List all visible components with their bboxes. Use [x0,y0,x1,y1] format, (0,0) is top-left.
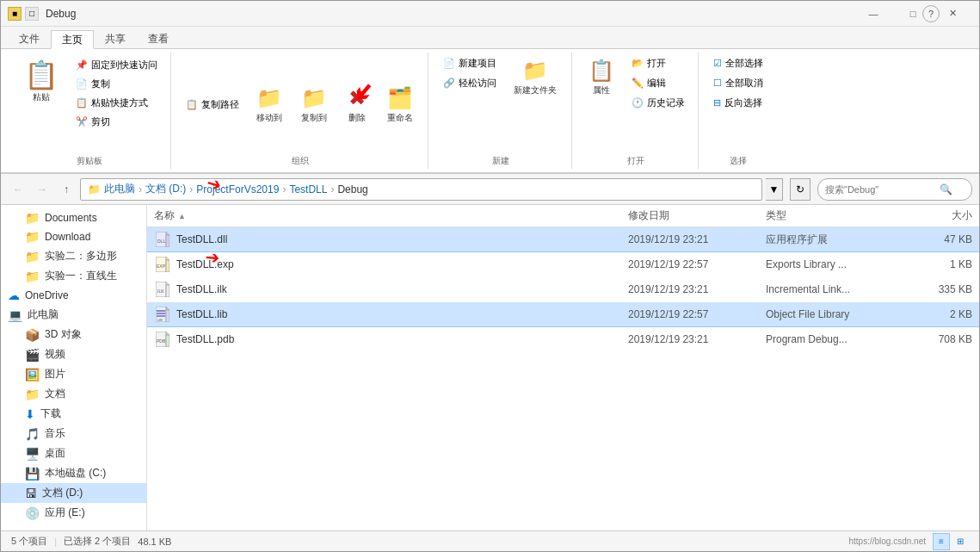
file-size-lib: 2 KB [903,308,972,320]
svg-rect-14 [166,310,169,322]
organize-label: 组织 [173,155,428,167]
pictures-icon: 🖼️ [25,368,40,381]
address-bar[interactable]: 📁 此电脑 › 文档 (D:) › ProjectForVs2019 › Tes… [80,178,762,201]
paste-icon: 📋 [24,59,59,91]
properties-button[interactable]: 📋 属性 [581,54,622,101]
sidebar-item-downloads[interactable]: ⬇ 下载 [1,404,146,424]
window-title: Debug [46,8,854,20]
cut-button[interactable]: ✂️ 剪切 [70,113,163,131]
address-part-project[interactable]: ProjectForVs2019 [196,183,279,195]
pin-quick-access-button[interactable]: 📌 固定到快速访问 [70,56,163,74]
file-size-ilk: 335 KB [903,283,972,295]
sidebar-item-drive-e[interactable]: 💿 应用 (E:) [1,503,146,523]
sidebar-item-lab2[interactable]: 📁 实验二：多边形 [1,246,146,266]
drive-c-icon: 💾 [25,467,40,481]
title-bar: ■ □ Debug — □ ✕ ? [1,1,979,27]
delete-button[interactable]: ✖ 删除 [338,82,376,128]
svg-marker-9 [166,282,169,285]
paste-button[interactable]: 📋 粘贴 [15,54,68,106]
svg-rect-15 [157,310,165,312]
cloud-icon: ☁ [8,288,20,302]
sidebar-item-label: 视频 [45,347,65,362]
file-date-pdb: 2019/12/19 23:21 [628,333,766,345]
rename-button[interactable]: 🗂️ 重命名 [379,82,421,128]
address-part-testdll[interactable]: TestDLL [289,183,327,195]
new-item-button[interactable]: 📄 新建项目 [437,54,502,72]
sidebar-item-onedrive[interactable]: ☁ OneDrive [1,286,146,305]
ribbon-group-clipboard: 📋 粘贴 📌 固定到快速访问 📄 复制 [8,53,171,169]
tab-view[interactable]: 查看 [137,29,180,48]
select-all-icon: ☑ [713,58,722,69]
sort-arrow: ▲ [178,212,186,220]
edit-button[interactable]: ✏️ 编辑 [626,74,691,92]
search-icon[interactable]: 🔍 [937,183,954,195]
sidebar-item-video[interactable]: 🎬 视频 [1,344,146,364]
paste-shortcut-label: 粘贴快捷方式 [91,96,148,109]
sidebar-item-lab1[interactable]: 📁 实验一：直线生 [1,266,146,286]
svg-text:PDB: PDB [157,338,166,344]
sidebar-item-pictures[interactable]: 🖼️ 图片 [1,364,146,384]
folder-icon: 📁 [25,211,40,225]
up-button[interactable]: ↑ [56,179,77,200]
search-box[interactable]: 🔍 [817,178,972,201]
exp-file-icon: EXP [154,256,171,273]
sidebar-item-drive-c[interactable]: 💾 本地磁盘 (C:) [1,463,146,483]
tab-home[interactable]: 主页 [51,30,94,49]
cut-label: 剪切 [91,115,110,128]
file-type-exp: Exports Library ... [766,258,903,270]
new-folder-button[interactable]: 📁 新建文件夹 [506,54,564,101]
copy-to-button[interactable]: 📁 复制到 [293,82,335,128]
help-button[interactable]: ? [922,5,940,22]
select-all-button[interactable]: ☑ 全部选择 [707,54,769,72]
sidebar-item-drive-d[interactable]: 🖫 文档 (D:) [1,483,146,503]
copy-path-button[interactable]: 📋 复制路径 [180,96,245,114]
file-row-exp[interactable]: EXP TestDLL.exp 2019/12/19 22:57 Exports… [147,252,979,277]
sidebar-item-desktop[interactable]: 🖥️ 桌面 [1,443,146,463]
file-row-ilk[interactable]: ILK TestDLL.ilk 2019/12/19 23:21 Increme… [147,277,979,302]
tab-file[interactable]: 文件 [8,29,51,48]
lib-file-icon: LIB [154,306,171,323]
view-large-button[interactable]: ⊞ [952,533,969,550]
back-button[interactable]: ← [8,179,28,200]
copy-path-label: 复制路径 [201,98,239,111]
copy-button[interactable]: 📄 复制 [70,75,163,93]
minimize-button[interactable]: — [854,1,893,27]
history-label: 历史记录 [647,96,685,109]
rename-label: 重命名 [387,112,413,124]
file-row-lib[interactable]: LIB TestDLL.lib 2019/12/19 22:57 Object … [147,302,979,327]
view-details-button[interactable]: ≡ [933,533,950,550]
move-to-button[interactable]: 📁 移动到 [249,82,290,128]
open-button[interactable]: 📂 打开 [626,54,691,72]
sidebar-item-documents[interactable]: 📁 Documents [1,208,146,227]
csdn-link[interactable]: https://blog.csdn.net [848,536,926,546]
column-headers: 名称 ▲ 修改日期 类型 大小 [147,205,979,227]
address-part-pc[interactable]: 此电脑 [104,182,135,196]
sidebar-item-documents2[interactable]: 📁 文档 [1,384,146,404]
sidebar-item-label: 音乐 [45,426,65,441]
sidebar-item-music[interactable]: 🎵 音乐 [1,424,146,443]
search-input[interactable] [825,184,937,195]
sidebar-item-download[interactable]: 📁 Download [1,227,146,246]
tab-share[interactable]: 共享 [94,29,137,48]
address-part-docs[interactable]: 文档 (D:) [145,182,186,196]
copy-to-label: 复制到 [301,112,327,124]
new-item-label: 新建项目 [459,57,496,70]
forward-button[interactable]: → [32,179,52,200]
video-icon: 🎬 [25,348,40,362]
select-group-label: 选择 [700,155,776,167]
sidebar-item-3d[interactable]: 📦 3D 对象 [1,325,146,344]
sidebar-item-thispc[interactable]: 💻 此电脑 [1,305,146,325]
invert-select-button[interactable]: ⊟ 反向选择 [707,94,769,112]
deselect-all-button[interactable]: ☐ 全部取消 [707,74,769,92]
paste-shortcut-button[interactable]: 📋 粘贴快捷方式 [70,94,163,112]
col-header-type[interactable]: 类型 [766,208,903,223]
address-dropdown-button[interactable]: ▼ [766,178,783,201]
history-button[interactable]: 🕐 历史记录 [626,94,691,112]
col-header-size[interactable]: 大小 [903,208,972,223]
file-row-pdb[interactable]: PDB TestDLL.pdb 2019/12/19 23:21 Program… [147,327,979,352]
easy-access-button[interactable]: 🔗 轻松访问 [437,74,502,92]
col-header-name[interactable]: 名称 ▲ [154,208,628,223]
file-row-dll[interactable]: DLL TestDLL.dll 2019/12/19 23:21 应用程序扩展 … [147,227,979,252]
refresh-button[interactable]: ↻ [790,178,811,201]
col-header-date[interactable]: 修改日期 [628,208,766,223]
